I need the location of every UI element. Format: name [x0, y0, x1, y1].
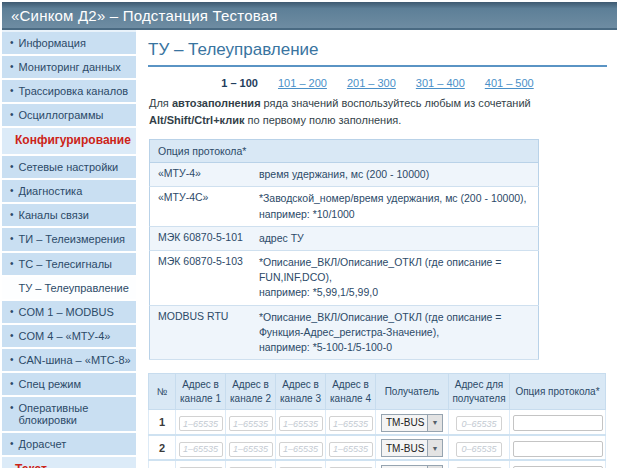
bullet-icon: •: [10, 233, 14, 245]
protocol-description: *Заводской_номер/время удержания, мс (20…: [251, 187, 539, 226]
hint-segment: Alt/Shift/Ctrl+клик: [149, 114, 244, 126]
sidebar-item[interactable]: •CAN-шина – «МТС-8»: [2, 349, 136, 373]
pagination-link[interactable]: 301 – 400: [416, 77, 465, 89]
protocol-name: «МТУ-4»: [150, 163, 251, 187]
sidebar-item[interactable]: •ТС – Телесигналы: [2, 253, 136, 277]
column-header: Адрес для получателя: [449, 374, 510, 410]
pagination-link[interactable]: 201 – 300: [347, 77, 396, 89]
sidebar-section-header: Конфигурирование: [2, 128, 136, 156]
sidebar-item-selected[interactable]: •ТУ – Телеуправление: [2, 277, 136, 301]
bullet-icon: •: [10, 330, 14, 342]
sidebar-item-label: Трассировка каналов: [19, 85, 129, 97]
protocol-option-row: «МТУ-4»время удержания, мс (200 - 10000): [150, 163, 539, 187]
recipient-address-input[interactable]: [456, 416, 502, 431]
hint-segment: автозаполнения: [172, 97, 261, 109]
sidebar-item[interactable]: •COM 4 – «МТУ-4»: [2, 325, 136, 349]
bullet-icon: •: [10, 258, 14, 270]
row-number: 2: [149, 435, 176, 461]
bullet-icon: •: [10, 402, 14, 414]
sidebar-item[interactable]: •Оперативные блокировки: [2, 397, 136, 433]
recipient-address-input[interactable]: [456, 442, 502, 457]
bullet-icon: •: [10, 306, 14, 318]
protocol-option-input[interactable]: [513, 415, 603, 431]
sidebar-item-label: Информация: [19, 37, 86, 49]
sidebar: •Информация•Мониторинг данных•Трассировк…: [2, 30, 136, 468]
sidebar-item-label: COM 4 – «МТУ-4»: [19, 330, 111, 342]
protocol-name: МЭК 60870-5-101: [150, 226, 251, 250]
address-input-channel-4[interactable]: [329, 442, 373, 457]
protocol-option-row: МЭК 60870-5-103*Описание_ВКЛ/Описание_ОТ…: [150, 250, 539, 305]
protocol-name: «МТУ-4С»: [150, 187, 251, 226]
row-number: 1: [149, 410, 176, 435]
recipient-select-value: TM-BUS: [382, 443, 427, 454]
sidebar-item-label: CAN-шина – «МТС-8»: [19, 354, 131, 366]
hint-segment: ряда значений воспользуйтесь любым из со…: [261, 97, 531, 109]
sidebar-item-label: Мониторинг данных: [19, 61, 121, 73]
bullet-icon: •: [10, 37, 14, 49]
bullet-icon: •: [10, 61, 14, 73]
sidebar-section-header: Текст конфигурации: [2, 457, 136, 468]
row-number: 3: [149, 460, 176, 468]
sidebar-item[interactable]: •Трассировка каналов: [2, 80, 136, 104]
recipient-select[interactable]: TM-BUS▼: [381, 414, 443, 432]
sidebar-item[interactable]: •Сетевые настройки: [2, 156, 136, 180]
pagination-current: 1 – 100: [221, 77, 258, 89]
address-input-channel-2[interactable]: [229, 442, 273, 457]
bullet-icon: •: [10, 85, 14, 97]
protocol-description-line: *Описание_ВКЛ/Описание_ОТКЛ (где описани…: [259, 311, 502, 338]
hint-segment: по первому полю заполнения.: [244, 114, 401, 126]
bullet-icon: •: [10, 209, 14, 221]
sidebar-item[interactable]: •Информация: [2, 32, 136, 56]
table-row: 3TM-BUS▼: [149, 460, 606, 468]
chevron-down-icon: ▼: [427, 440, 442, 456]
sidebar-item[interactable]: •Диагностика: [2, 180, 136, 204]
recipient-select[interactable]: TM-BUS▼: [381, 439, 443, 457]
autofill-hint: Для автозаполнения ряда значений восполь…: [149, 95, 607, 129]
sidebar-item[interactable]: •Каналы связи: [2, 204, 136, 228]
sidebar-item-label: Спец режим: [19, 378, 82, 390]
pagination-link[interactable]: 101 – 200: [278, 77, 327, 89]
protocol-description: *Описание_ВКЛ/Описание_ОТКЛ (где описани…: [251, 305, 539, 360]
protocol-description: *Описание_ВКЛ/Описание_ОТКЛ (где описани…: [251, 250, 539, 305]
table-row: 2TM-BUS▼: [149, 435, 606, 461]
protocol-description-line: *Описание_ВКЛ/Описание_ОТКЛ (где описани…: [259, 256, 502, 283]
sidebar-item[interactable]: •Осциллограммы: [2, 104, 136, 128]
protocol-option-table: Опция протокола* «МТУ-4»время удержания,…: [149, 139, 539, 360]
sidebar-menu: •Информация•Мониторинг данных•Трассировк…: [2, 32, 136, 468]
protocol-description-line: например: *10/1000: [259, 208, 355, 220]
sidebar-item[interactable]: •ТИ – Телеизмерения: [2, 228, 136, 252]
address-input-channel-4[interactable]: [329, 416, 373, 431]
sidebar-item[interactable]: •Спец режим: [2, 373, 136, 397]
sidebar-item-label: Каналы связи: [19, 209, 89, 221]
protocol-description-line: *Заводской_номер/время удержания, мс (20…: [259, 192, 527, 204]
bullet-icon: •: [10, 438, 14, 450]
protocol-option-input[interactable]: [513, 441, 603, 457]
column-header: Адрес в канале 1: [176, 374, 226, 410]
protocol-option-row: MODBUS RTU*Описание_ВКЛ/Описание_ОТКЛ (г…: [150, 305, 539, 360]
sidebar-item-label: COM 1 – MODBUS: [19, 306, 114, 318]
column-header: Адрес в канале 3: [276, 374, 326, 410]
bullet-icon: •: [10, 109, 14, 121]
recipient-select-value: TM-BUS: [382, 417, 427, 428]
address-input-channel-1[interactable]: [179, 416, 223, 431]
protocol-description-line: например: *5-100-1/5-100-0: [259, 341, 392, 353]
protocol-description-line: адрес ТУ: [259, 232, 304, 244]
address-input-channel-3[interactable]: [279, 442, 323, 457]
address-input-channel-1[interactable]: [179, 442, 223, 457]
column-header: №: [149, 374, 176, 410]
sidebar-item-label: Оперативные блокировки: [19, 402, 132, 426]
protocol-option-table-header: Опция протокола*: [150, 140, 539, 163]
bullet-icon: •: [10, 161, 14, 173]
address-input-channel-3[interactable]: [279, 416, 323, 431]
sidebar-item-label: Диагностика: [19, 185, 83, 197]
page: «Синком Д2» – Подстанция Тестовая •Инфор…: [0, 0, 617, 468]
sidebar-item[interactable]: •Мониторинг данных: [2, 56, 136, 80]
protocol-option-row: «МТУ-4С»*Заводской_номер/время удержания…: [150, 187, 539, 226]
sidebar-item[interactable]: •COM 1 – MODBUS: [2, 301, 136, 325]
pagination-link[interactable]: 401 – 500: [485, 77, 534, 89]
protocol-description: время удержания, мс (200 - 10000): [251, 163, 539, 187]
address-input-channel-2[interactable]: [229, 416, 273, 431]
sidebar-item[interactable]: •Дорасчет: [2, 433, 136, 457]
column-header: Адрес в канале 2: [226, 374, 276, 410]
protocol-name: MODBUS RTU: [150, 305, 251, 360]
